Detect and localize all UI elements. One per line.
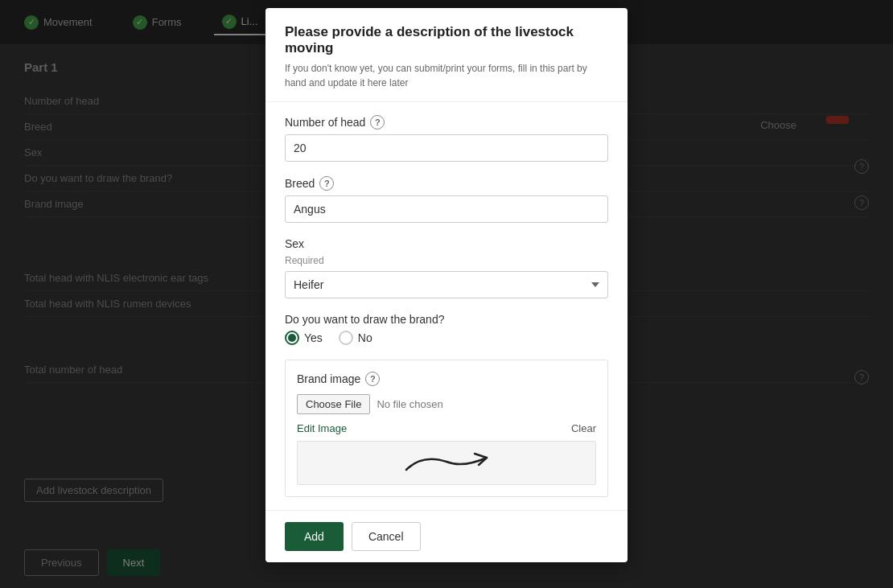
radio-no[interactable]: No: [339, 331, 372, 345]
input-breed[interactable]: [285, 195, 608, 223]
select-sex[interactable]: Heifer Bull Cow Steer Mixed: [285, 271, 608, 298]
brand-drawing-svg: [398, 446, 495, 478]
radio-inner-yes: [288, 334, 296, 342]
modal-footer: Add Cancel: [265, 510, 628, 562]
form-group-sex: Sex Required Heifer Bull Cow Steer Mixed: [285, 237, 608, 298]
edit-image-link[interactable]: Edit Image: [297, 422, 347, 434]
radio-circle-yes: [285, 331, 299, 345]
cancel-button[interactable]: Cancel: [352, 522, 421, 551]
label-breed: Breed ?: [285, 176, 608, 191]
radio-yes[interactable]: Yes: [285, 331, 323, 345]
modal-header: Please provide a description of the live…: [265, 8, 628, 102]
file-input-row: Choose File No file chosen: [297, 394, 596, 414]
radio-circle-no: [339, 331, 353, 345]
add-button[interactable]: Add: [285, 522, 344, 551]
radio-no-label: No: [358, 331, 372, 344]
brand-image-label: Brand image ?: [297, 372, 596, 386]
form-group-brand-question: Do you want to draw the brand? Yes No: [285, 313, 608, 345]
clear-link[interactable]: Clear: [571, 422, 596, 434]
form-group-breed: Breed ?: [285, 176, 608, 223]
help-icon-breed[interactable]: ?: [319, 176, 334, 191]
input-number-of-head[interactable]: [285, 134, 608, 162]
brand-canvas[interactable]: [297, 441, 596, 485]
modal-dialog: Please provide a description of the live…: [265, 8, 628, 562]
modal-subtitle: If you don't know yet, you can submit/pr…: [285, 61, 608, 90]
modal-title: Please provide a description of the live…: [285, 24, 608, 56]
label-number-of-head: Number of head ?: [285, 115, 608, 130]
radio-group-brand: Yes No: [285, 331, 608, 345]
no-file-text: No file chosen: [377, 398, 442, 410]
help-icon-number-of-head[interactable]: ?: [370, 115, 385, 130]
brand-image-section: Brand image ? Choose File No file chosen…: [285, 360, 608, 497]
label-sex: Sex: [285, 237, 608, 250]
help-icon-brand-image[interactable]: ?: [365, 372, 380, 386]
choose-file-button[interactable]: Choose File: [297, 394, 370, 414]
edit-clear-row: Edit Image Clear: [297, 422, 596, 434]
label-brand-question: Do you want to draw the brand?: [285, 313, 608, 326]
form-group-number-of-head: Number of head ?: [285, 115, 608, 162]
radio-yes-label: Yes: [304, 331, 323, 344]
modal-overlay: Please provide a description of the live…: [0, 0, 893, 588]
modal-body: Number of head ? Breed ? Sex Required: [265, 102, 628, 510]
sex-required-text: Required: [285, 255, 608, 266]
